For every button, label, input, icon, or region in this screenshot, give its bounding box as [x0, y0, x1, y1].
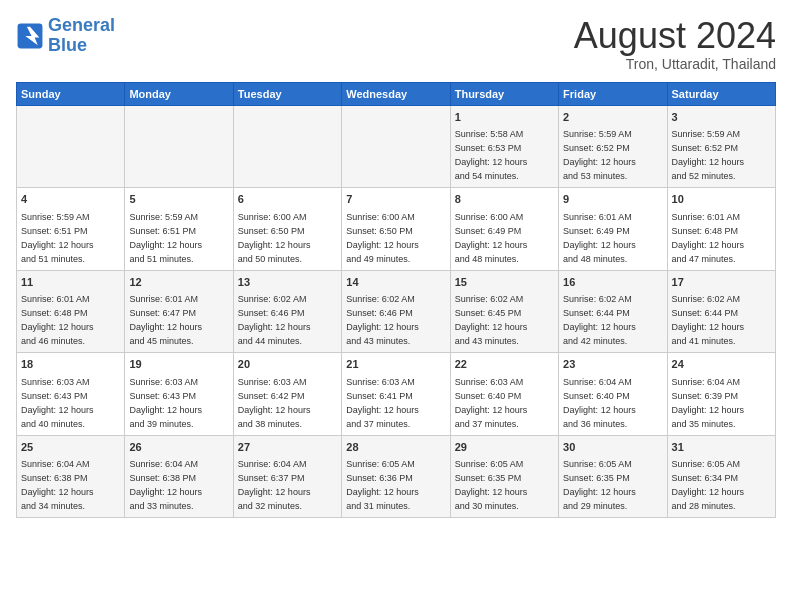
calendar-cell — [125, 105, 233, 188]
cell-info: Sunrise: 6:00 AM Sunset: 6:50 PM Dayligh… — [346, 212, 419, 264]
header: General Blue August 2024 Tron, Uttaradit… — [16, 16, 776, 72]
cell-info: Sunrise: 6:02 AM Sunset: 6:46 PM Dayligh… — [238, 294, 311, 346]
header-cell-sunday: Sunday — [17, 82, 125, 105]
header-cell-saturday: Saturday — [667, 82, 775, 105]
cell-info: Sunrise: 6:02 AM Sunset: 6:44 PM Dayligh… — [672, 294, 745, 346]
calendar-cell — [342, 105, 450, 188]
cell-info: Sunrise: 6:01 AM Sunset: 6:48 PM Dayligh… — [672, 212, 745, 264]
day-number: 29 — [455, 440, 554, 455]
day-number: 6 — [238, 192, 337, 207]
cell-info: Sunrise: 6:03 AM Sunset: 6:43 PM Dayligh… — [129, 377, 202, 429]
day-number: 26 — [129, 440, 228, 455]
cell-info: Sunrise: 6:02 AM Sunset: 6:45 PM Dayligh… — [455, 294, 528, 346]
cell-info: Sunrise: 6:00 AM Sunset: 6:50 PM Dayligh… — [238, 212, 311, 264]
day-number: 20 — [238, 357, 337, 372]
cell-info: Sunrise: 6:05 AM Sunset: 6:34 PM Dayligh… — [672, 459, 745, 511]
week-row-5: 25Sunrise: 6:04 AM Sunset: 6:38 PM Dayli… — [17, 435, 776, 518]
cell-info: Sunrise: 6:01 AM Sunset: 6:48 PM Dayligh… — [21, 294, 94, 346]
week-row-4: 18Sunrise: 6:03 AM Sunset: 6:43 PM Dayli… — [17, 353, 776, 436]
calendar-cell: 12Sunrise: 6:01 AM Sunset: 6:47 PM Dayli… — [125, 270, 233, 353]
day-number: 3 — [672, 110, 771, 125]
cell-info: Sunrise: 6:05 AM Sunset: 6:36 PM Dayligh… — [346, 459, 419, 511]
logo: General Blue — [16, 16, 115, 56]
day-number: 24 — [672, 357, 771, 372]
header-cell-monday: Monday — [125, 82, 233, 105]
day-number: 8 — [455, 192, 554, 207]
day-number: 25 — [21, 440, 120, 455]
calendar-cell: 21Sunrise: 6:03 AM Sunset: 6:41 PM Dayli… — [342, 353, 450, 436]
calendar-cell: 18Sunrise: 6:03 AM Sunset: 6:43 PM Dayli… — [17, 353, 125, 436]
cell-info: Sunrise: 6:01 AM Sunset: 6:49 PM Dayligh… — [563, 212, 636, 264]
day-number: 7 — [346, 192, 445, 207]
month-title: August 2024 — [574, 16, 776, 56]
calendar-page: General Blue August 2024 Tron, Uttaradit… — [0, 0, 792, 612]
header-cell-friday: Friday — [559, 82, 667, 105]
calendar-cell: 22Sunrise: 6:03 AM Sunset: 6:40 PM Dayli… — [450, 353, 558, 436]
calendar-cell: 9Sunrise: 6:01 AM Sunset: 6:49 PM Daylig… — [559, 188, 667, 271]
cell-info: Sunrise: 6:04 AM Sunset: 6:38 PM Dayligh… — [21, 459, 94, 511]
calendar-cell: 23Sunrise: 6:04 AM Sunset: 6:40 PM Dayli… — [559, 353, 667, 436]
cell-info: Sunrise: 6:04 AM Sunset: 6:37 PM Dayligh… — [238, 459, 311, 511]
calendar-cell: 4Sunrise: 5:59 AM Sunset: 6:51 PM Daylig… — [17, 188, 125, 271]
calendar-cell: 5Sunrise: 5:59 AM Sunset: 6:51 PM Daylig… — [125, 188, 233, 271]
header-cell-tuesday: Tuesday — [233, 82, 341, 105]
day-number: 1 — [455, 110, 554, 125]
day-number: 18 — [21, 357, 120, 372]
calendar-cell: 14Sunrise: 6:02 AM Sunset: 6:46 PM Dayli… — [342, 270, 450, 353]
calendar-cell: 11Sunrise: 6:01 AM Sunset: 6:48 PM Dayli… — [17, 270, 125, 353]
day-number: 30 — [563, 440, 662, 455]
day-number: 12 — [129, 275, 228, 290]
day-number: 10 — [672, 192, 771, 207]
calendar-cell: 20Sunrise: 6:03 AM Sunset: 6:42 PM Dayli… — [233, 353, 341, 436]
day-number: 19 — [129, 357, 228, 372]
calendar-cell: 28Sunrise: 6:05 AM Sunset: 6:36 PM Dayli… — [342, 435, 450, 518]
title-block: August 2024 Tron, Uttaradit, Thailand — [574, 16, 776, 72]
logo-icon — [16, 22, 44, 50]
day-number: 21 — [346, 357, 445, 372]
cell-info: Sunrise: 6:02 AM Sunset: 6:44 PM Dayligh… — [563, 294, 636, 346]
day-number: 27 — [238, 440, 337, 455]
cell-info: Sunrise: 6:00 AM Sunset: 6:49 PM Dayligh… — [455, 212, 528, 264]
calendar-cell: 26Sunrise: 6:04 AM Sunset: 6:38 PM Dayli… — [125, 435, 233, 518]
cell-info: Sunrise: 6:04 AM Sunset: 6:39 PM Dayligh… — [672, 377, 745, 429]
day-number: 31 — [672, 440, 771, 455]
cell-info: Sunrise: 6:02 AM Sunset: 6:46 PM Dayligh… — [346, 294, 419, 346]
calendar-cell: 10Sunrise: 6:01 AM Sunset: 6:48 PM Dayli… — [667, 188, 775, 271]
day-number: 11 — [21, 275, 120, 290]
cell-info: Sunrise: 6:03 AM Sunset: 6:43 PM Dayligh… — [21, 377, 94, 429]
calendar-cell: 16Sunrise: 6:02 AM Sunset: 6:44 PM Dayli… — [559, 270, 667, 353]
day-number: 13 — [238, 275, 337, 290]
cell-info: Sunrise: 6:05 AM Sunset: 6:35 PM Dayligh… — [563, 459, 636, 511]
calendar-cell: 29Sunrise: 6:05 AM Sunset: 6:35 PM Dayli… — [450, 435, 558, 518]
day-number: 23 — [563, 357, 662, 372]
calendar-cell: 19Sunrise: 6:03 AM Sunset: 6:43 PM Dayli… — [125, 353, 233, 436]
calendar-cell — [233, 105, 341, 188]
logo-line1: General — [48, 15, 115, 35]
calendar-cell — [17, 105, 125, 188]
header-row: SundayMondayTuesdayWednesdayThursdayFrid… — [17, 82, 776, 105]
cell-info: Sunrise: 6:04 AM Sunset: 6:38 PM Dayligh… — [129, 459, 202, 511]
day-number: 16 — [563, 275, 662, 290]
cell-info: Sunrise: 6:05 AM Sunset: 6:35 PM Dayligh… — [455, 459, 528, 511]
calendar-cell: 27Sunrise: 6:04 AM Sunset: 6:37 PM Dayli… — [233, 435, 341, 518]
week-row-1: 1Sunrise: 5:58 AM Sunset: 6:53 PM Daylig… — [17, 105, 776, 188]
header-cell-wednesday: Wednesday — [342, 82, 450, 105]
day-number: 9 — [563, 192, 662, 207]
cell-info: Sunrise: 5:59 AM Sunset: 6:52 PM Dayligh… — [672, 129, 745, 181]
calendar-cell: 1Sunrise: 5:58 AM Sunset: 6:53 PM Daylig… — [450, 105, 558, 188]
calendar-cell: 30Sunrise: 6:05 AM Sunset: 6:35 PM Dayli… — [559, 435, 667, 518]
calendar-cell: 24Sunrise: 6:04 AM Sunset: 6:39 PM Dayli… — [667, 353, 775, 436]
cell-info: Sunrise: 5:59 AM Sunset: 6:51 PM Dayligh… — [21, 212, 94, 264]
day-number: 28 — [346, 440, 445, 455]
day-number: 5 — [129, 192, 228, 207]
calendar-cell: 31Sunrise: 6:05 AM Sunset: 6:34 PM Dayli… — [667, 435, 775, 518]
calendar-cell: 15Sunrise: 6:02 AM Sunset: 6:45 PM Dayli… — [450, 270, 558, 353]
calendar-cell: 3Sunrise: 5:59 AM Sunset: 6:52 PM Daylig… — [667, 105, 775, 188]
cell-info: Sunrise: 5:58 AM Sunset: 6:53 PM Dayligh… — [455, 129, 528, 181]
day-number: 22 — [455, 357, 554, 372]
day-number: 2 — [563, 110, 662, 125]
day-number: 15 — [455, 275, 554, 290]
calendar-cell: 17Sunrise: 6:02 AM Sunset: 6:44 PM Dayli… — [667, 270, 775, 353]
header-cell-thursday: Thursday — [450, 82, 558, 105]
logo-text: General Blue — [48, 16, 115, 56]
